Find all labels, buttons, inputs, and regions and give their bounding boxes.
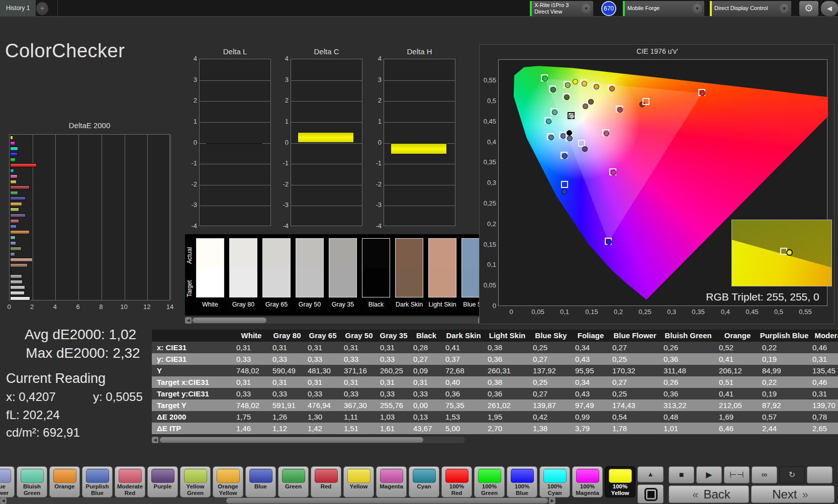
chevron-right-icon: » [797, 488, 813, 501]
table-cell: 43,67 [410, 423, 442, 434]
scroll-left-icon[interactable]: ◀ [0, 497, 7, 504]
scrollbar-thumb[interactable] [193, 318, 266, 323]
pattern-button-100-green[interactable]: 100%Green [474, 466, 505, 497]
swatch-dark-skin[interactable] [395, 238, 423, 297]
workflow-dropdown[interactable]: Direct Display Control ▼ [710, 1, 791, 16]
table-cell: 260,25 [377, 365, 410, 376]
table-cell: 84,99 [759, 365, 809, 376]
extra-button[interactable] [807, 466, 832, 483]
pattern-button-blue-flower[interactable]: BlueFlower [0, 466, 15, 497]
x-tick-label: 0,3 [662, 308, 682, 316]
gridline [291, 101, 362, 102]
scrollbar-thumb[interactable] [160, 437, 423, 443]
pattern-button-orange[interactable]: Orange [49, 466, 80, 497]
pattern-button-100-yellow[interactable]: 100%Yellow [605, 466, 635, 497]
delta-chart-title: Delta L [199, 47, 271, 56]
scrollbar-thumb[interactable] [226, 498, 548, 503]
swatch-gray-80[interactable] [229, 238, 257, 297]
table-cell: 0,36 [442, 388, 485, 399]
de2000-bar-yellow-green [10, 208, 19, 212]
pattern-button-yellow-green[interactable]: YellowGreen [180, 466, 211, 497]
table-row: ΔE 20001,751,261,301,111,030,131,531,950… [152, 411, 838, 423]
y-tick-label: 0,2 [480, 220, 496, 228]
pattern-button-100-blue[interactable]: 100%Blue [507, 466, 537, 497]
pattern-button-orange-yellow[interactable]: OrangeYellow [213, 466, 243, 497]
pattern-window-button[interactable] [637, 484, 664, 503]
table-cell: 0,00 [410, 399, 442, 411]
step-button[interactable]: ⊢⊣ [724, 466, 750, 483]
gridline [291, 80, 362, 81]
chevron-down-icon[interactable]: ▼ [581, 4, 591, 14]
table-cell: 0,31 [809, 388, 838, 399]
pattern-button-cyan[interactable]: Cyan [409, 466, 439, 497]
pattern-button-purplish-blue[interactable]: PurplishBlue [82, 466, 113, 497]
continuous-button[interactable]: ↻ [779, 466, 805, 483]
x-tick-label: 6 [70, 303, 85, 311]
column-header: Dark Skin [442, 330, 485, 342]
table-cell: 0,26 [661, 376, 716, 388]
de2000-bar-blue [10, 196, 26, 200]
x-tick-label: 0 [501, 308, 521, 316]
pattern-button-100-cyan[interactable]: 100%Cyan [539, 466, 570, 497]
pattern-button-label: 100%Red [442, 483, 472, 496]
table-cell: 0,38 [485, 342, 530, 353]
scroll-right-icon[interactable]: ▶ [549, 497, 555, 504]
chevron-down-icon[interactable]: ▼ [779, 4, 789, 14]
pattern-button-green[interactable]: Green [278, 466, 309, 497]
table-cell: 2,44 [759, 423, 809, 434]
swatch-gray-35[interactable] [329, 238, 357, 297]
column-header: Blue Flower [609, 330, 661, 342]
gridline [384, 122, 455, 123]
pattern-button-100-red[interactable]: 100%Red [441, 466, 472, 497]
swatch-gray-50[interactable] [296, 238, 324, 297]
swatch-strip-scrollbar[interactable]: ◀ ▶ [185, 317, 485, 324]
pattern-button-moderate-red[interactable]: ModerateRed [115, 466, 145, 497]
pattern-button-100-magenta[interactable]: 100%Magenta [572, 466, 603, 497]
x-tick-label: 0 [2, 303, 17, 311]
pattern-button-magenta[interactable]: Magenta [376, 466, 407, 497]
swatch-gray-65[interactable] [262, 238, 291, 297]
x-tick-label: 8 [94, 303, 109, 311]
table-cell: 0,31 [269, 376, 305, 388]
swatch-black[interactable] [362, 238, 390, 297]
table-cell: 3,79 [572, 423, 609, 434]
table-cell: 0,40 [442, 376, 485, 388]
max-de2000-readout: Max dE2000: 2,32 [0, 345, 166, 361]
add-tab-button[interactable]: + [36, 2, 48, 15]
swatch-light-skin[interactable] [428, 238, 456, 297]
table-cell: 0,36 [485, 353, 530, 365]
table-scrollbar[interactable]: ◀ [152, 437, 465, 443]
gear-icon[interactable]: ⚙ [799, 1, 818, 16]
collapse-panel-icon[interactable]: ◀ [821, 1, 838, 16]
swatch-white[interactable] [196, 238, 224, 297]
meter-dropdown[interactable]: X-Rite i1Pro 3 Direct View ▼ [530, 1, 593, 16]
pattern-button-label: Orange [50, 483, 79, 490]
pattern-button-bluish-green[interactable]: BluishGreen [17, 466, 47, 497]
delta-chart-title: Delta H [384, 47, 455, 56]
scroll-left-icon[interactable]: ◀ [152, 437, 158, 443]
scroll-left-icon[interactable]: ◀ [185, 317, 192, 324]
gridline [200, 80, 270, 81]
pattern-bar-scrollbar[interactable]: ◀ ▶ [0, 497, 555, 504]
pattern-button-purple[interactable]: Purple [147, 466, 178, 497]
source-dropdown[interactable]: Mobile Forge ▼ [623, 1, 704, 16]
table-cell: 591,91 [269, 399, 305, 411]
table-cell: 0,42 [530, 411, 572, 423]
measurement-table: WhiteGray 80Gray 65Gray 50Gray 35BlackDa… [152, 330, 838, 435]
stop-button[interactable]: ■ [669, 466, 694, 483]
de2000-bar-gray-50 [10, 280, 23, 284]
tab-history-1[interactable]: History 1 [0, 0, 36, 16]
column-header: Blue Sky [530, 330, 572, 342]
chevron-down-icon[interactable]: ▼ [692, 4, 702, 14]
pattern-button-blue[interactable]: Blue [245, 466, 276, 497]
loop-button[interactable]: ∞ [752, 466, 777, 483]
pattern-button-yellow[interactable]: Yellow [343, 466, 374, 497]
play-button[interactable]: ▶ [696, 466, 722, 483]
next-button[interactable]: Next» [751, 485, 834, 503]
expand-patterns-button[interactable]: ▲ [637, 466, 664, 482]
table-cell: 748,02 [233, 399, 269, 411]
back-button[interactable]: «Back [669, 485, 749, 503]
pattern-button-red[interactable]: Red [311, 466, 341, 497]
gridline [384, 80, 455, 81]
table-cell: 0,43 [572, 388, 609, 399]
